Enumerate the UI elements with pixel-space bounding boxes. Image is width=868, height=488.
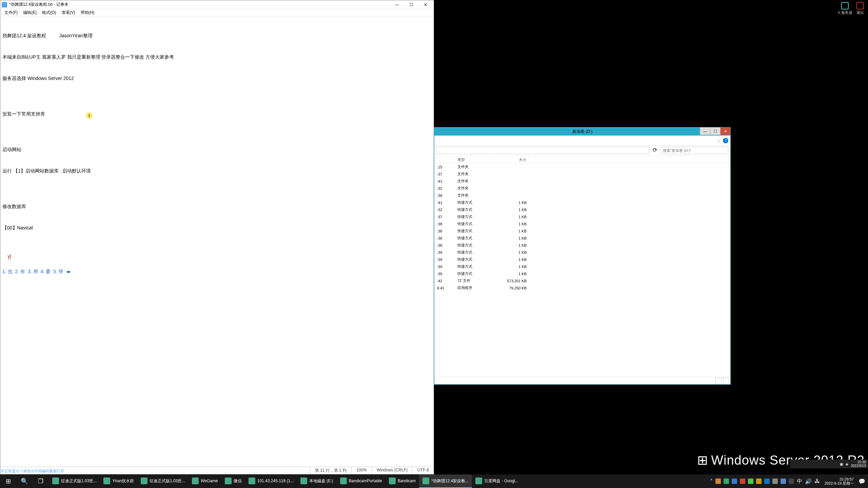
table-row[interactable]: :38快捷方式1 KB: [434, 242, 730, 249]
explorer-window: 新加卷 (D:) — ☐ ✕ ⌄ ? ⟳ 类型 大小 :15文件夹:37文件夹:…: [434, 127, 731, 385]
remote-taskbar[interactable]: ▣ ◈ 15:30 2022/9/19: [790, 460, 868, 468]
close-button[interactable]: ✕: [419, 1, 432, 8]
taskbar-item[interactable]: BandicamPortable: [337, 474, 386, 488]
tray-volume-icon[interactable]: 🔊: [805, 478, 812, 485]
table-row[interactable]: :38快捷方式1 KB: [434, 220, 730, 227]
start-button[interactable]: ⊞: [0, 474, 16, 488]
table-row[interactable]: :32快捷方式1 KB: [434, 206, 730, 213]
taskbar-item[interactable]: Bandicam: [386, 474, 419, 488]
col-type[interactable]: 类型: [455, 156, 492, 163]
tray-icon[interactable]: [764, 479, 770, 484]
menu-view[interactable]: 查看(V): [59, 9, 78, 16]
tray-icon[interactable]: [715, 479, 721, 484]
taskbar-app-icon: [475, 477, 482, 484]
table-row[interactable]: :39快捷方式1 KB: [434, 256, 730, 263]
help-icon[interactable]: ?: [723, 138, 728, 143]
server-button[interactable]: X 服务器: [838, 2, 852, 15]
remote-tray-shield-icon[interactable]: ◈: [846, 462, 848, 466]
remote-tray-flag-icon[interactable]: ▣: [840, 462, 843, 466]
taskbar-app-icon: [389, 477, 396, 484]
search-button[interactable]: 🔍: [16, 474, 33, 488]
taskbar-item[interactable]: 百度网盘 - Googl...: [472, 474, 522, 488]
table-row[interactable]: :39快捷方式1 KB: [434, 263, 730, 270]
menu-edit[interactable]: 编辑(E): [20, 9, 39, 16]
taskbar-item[interactable]: 本地磁盘 (E:): [297, 474, 337, 488]
view-icons-icon[interactable]: [723, 378, 729, 384]
notepad-window: *劲舞团12.4架设教程.txt - 记事本 — ☐ ✕ 文件(F) 编辑(E)…: [0, 0, 434, 474]
taskbar-app-icon: [225, 477, 232, 484]
taskbar-app-icon: [103, 477, 110, 484]
menu-help[interactable]: 帮助(H): [78, 9, 97, 16]
column-headers[interactable]: 类型 大小: [434, 156, 730, 163]
exit-icon: [856, 2, 864, 9]
notepad-textarea[interactable]: 劲舞团12.4 架设教程 JasonYiran整理 本端来自B站UP主 孤家寡人…: [0, 17, 434, 467]
table-row[interactable]: :41文件夹: [434, 178, 730, 185]
minimize-button[interactable]: —: [390, 1, 404, 8]
taskbar-app-icon: [340, 477, 347, 484]
menu-file[interactable]: 文件(F): [2, 9, 20, 16]
table-row[interactable]: :38快捷方式1 KB: [434, 227, 730, 235]
table-row[interactable]: :38文件夹: [434, 192, 730, 199]
explorer-close[interactable]: ✕: [720, 127, 730, 135]
ime-composition[interactable]: y|: [8, 253, 12, 260]
col-size[interactable]: 大小: [492, 156, 529, 163]
file-list[interactable]: :15文件夹:37文件夹:41文件夹:32文件夹:38文件夹:41快捷方式1 K…: [434, 163, 730, 377]
table-row[interactable]: :38快捷方式1 KB: [434, 235, 730, 242]
status-enc: UTF-8: [412, 467, 434, 474]
exit-button[interactable]: 退出: [856, 2, 864, 15]
taskbar-item[interactable]: 征途正式版1.03世...: [49, 474, 100, 488]
explorer-minimize[interactable]: —: [700, 127, 710, 135]
taskbar-item[interactable]: *劲舞团12.4架设教...: [419, 474, 472, 488]
view-details-icon[interactable]: [715, 378, 722, 384]
notepad-titlebar[interactable]: *劲舞团12.4架设教程.txt - 记事本 — ☐ ✕: [0, 0, 434, 9]
taskbar-app-icon: [192, 477, 199, 484]
refresh-icon[interactable]: ⟳: [653, 147, 657, 155]
tray-icon[interactable]: [781, 479, 786, 484]
table-row[interactable]: :39快捷方式1 KB: [434, 249, 730, 256]
table-row[interactable]: 6:41应用程序79,250 KB: [434, 284, 730, 291]
tray-icon[interactable]: [732, 479, 737, 484]
table-row[interactable]: :15文件夹: [434, 163, 730, 170]
taskbar-clock[interactable]: 15:29:57 2022-9-19 星期一: [823, 477, 856, 485]
table-row[interactable]: :37文件夹: [434, 170, 730, 178]
table-row[interactable]: :41快捷方式1 KB: [434, 199, 730, 206]
notepad-title-text: *劲舞团12.4架设教程.txt - 记事本: [9, 2, 390, 7]
tray-icon[interactable]: [748, 479, 753, 484]
tray-chevron-icon[interactable]: ˄: [710, 478, 713, 485]
windows-logo-icon: ⊞: [697, 453, 708, 468]
tray-network-icon[interactable]: 🖧: [814, 478, 820, 484]
notification-icon[interactable]: 💬: [859, 478, 865, 485]
table-row[interactable]: :39快捷方式1 KB: [434, 270, 730, 277]
remote-clock[interactable]: 15:30 2022/9/19: [851, 460, 866, 468]
taskbar-item[interactable]: 微信: [221, 474, 245, 488]
remote-top-strip: X 服务器 退出: [434, 0, 868, 17]
ime-candidates[interactable]: 1. 也 2. 有 3. 用 4. 要 5. 呀 ◂▸: [2, 268, 432, 275]
taskbar-item[interactable]: 101.43.245.118 (1...: [245, 474, 297, 488]
tray-icon[interactable]: [740, 479, 745, 484]
menu-format[interactable]: 格式(O): [39, 9, 59, 16]
ime-page-arrows[interactable]: ◂▸: [66, 268, 71, 275]
table-row[interactable]: :32文件夹: [434, 185, 730, 192]
explorer-maximize[interactable]: ☐: [710, 127, 720, 135]
address-input[interactable]: [436, 147, 649, 154]
table-row[interactable]: :37快捷方式1 KB: [434, 213, 730, 220]
taskview-button[interactable]: ❐: [33, 474, 49, 488]
taskbar-item[interactable]: WeGame: [189, 474, 221, 488]
tray-ime-icon[interactable]: 中: [797, 478, 802, 485]
tray-icon[interactable]: [789, 479, 794, 484]
tray-icon[interactable]: [724, 479, 729, 484]
tray-icon[interactable]: [772, 479, 778, 484]
status-eol: Windows (CRLF): [372, 467, 412, 474]
notepad-statusbar: 第 11 行，第 1 列 100% Windows (CRLF) UTF-8: [0, 467, 434, 474]
search-input[interactable]: [660, 147, 728, 154]
tray-icon[interactable]: [756, 479, 762, 484]
maximize-button[interactable]: ☐: [405, 1, 418, 8]
status-pos: 第 11 行，第 1 列: [310, 467, 351, 474]
ribbon-chevron-icon[interactable]: ⌄: [717, 138, 720, 143]
table-row[interactable]: :427Z 文件573,201 KB: [434, 277, 730, 284]
explorer-titlebar[interactable]: 新加卷 (D:) — ☐ ✕: [434, 127, 730, 136]
col-date[interactable]: [434, 156, 455, 163]
taskbar-item[interactable]: 征途正式版1.03世...: [137, 474, 189, 488]
explorer-addressbar: ⟳: [434, 146, 730, 156]
taskbar-item[interactable]: Yiran饮水群: [100, 474, 137, 488]
